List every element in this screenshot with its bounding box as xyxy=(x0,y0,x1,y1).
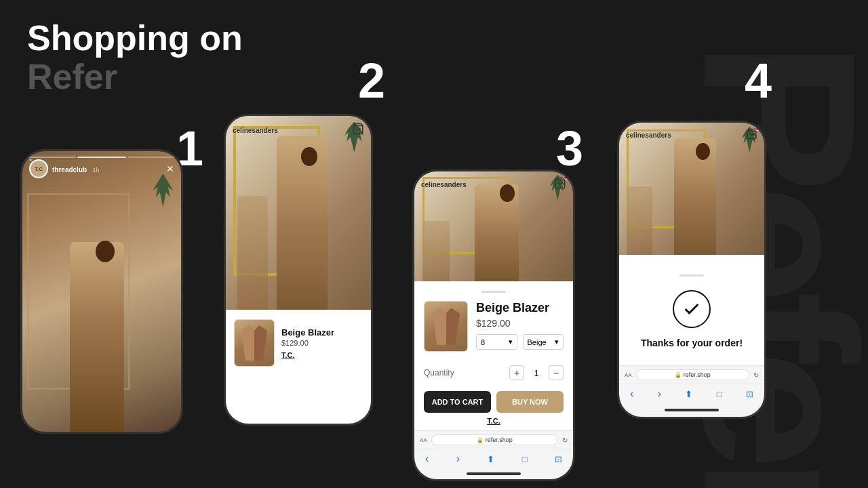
header-section: Shopping on Refer xyxy=(27,19,243,96)
cart-icon-phone2[interactable] xyxy=(352,123,364,138)
cart-icon-phone3[interactable] xyxy=(554,177,566,192)
header-brand: Refer xyxy=(27,58,243,96)
sheet-product-image xyxy=(424,301,468,352)
quantity-label: Quantity xyxy=(424,368,504,378)
tabs-btn-phone4[interactable]: ⊡ xyxy=(746,389,753,399)
sheet-product-info: Beige Blazer $129.00 8 ▾ Beige ▾ xyxy=(476,301,564,352)
phone-2-photo: celinesanders xyxy=(226,116,371,316)
step-number-3: 3 xyxy=(556,121,583,176)
phone-1-wrapper: T.C threadclub 1h ✕ 🔗 SHOP NOW! xyxy=(20,149,183,434)
bookmarks-btn-phone3[interactable]: □ xyxy=(522,454,528,464)
quantity-plus-btn[interactable]: + xyxy=(509,365,524,380)
success-circle xyxy=(673,290,711,328)
brand-logo-phone3: T.C. xyxy=(424,417,564,425)
phone-2-wrapper: celinesanders xyxy=(224,114,373,426)
add-to-cart-button[interactable]: ADD TO CART xyxy=(424,391,491,413)
phone-4-wrapper: celinesanders xyxy=(617,121,766,419)
phone-4-content: celinesanders xyxy=(619,123,764,417)
action-buttons: ADD TO CART BUY NOW xyxy=(424,391,564,413)
sheet-product-price: $129.00 xyxy=(476,318,564,329)
story-username: threadclub 1h xyxy=(52,163,100,175)
share-btn-phone3[interactable]: ⬆ xyxy=(487,454,494,464)
product-card-phone2: Beige Blazer $129.00 T.C. xyxy=(226,310,371,424)
phone-3-content: celinesanders xyxy=(414,171,573,479)
phone-2-frame: celinesanders xyxy=(224,114,373,426)
phone-3-frame: celinesanders xyxy=(412,169,575,481)
step-number-4: 4 xyxy=(745,53,772,108)
buy-now-button[interactable]: BUY NOW xyxy=(496,391,564,413)
reload-btn-phone4[interactable]: ↻ xyxy=(753,371,759,379)
home-indicator-phone3 xyxy=(414,468,573,479)
phone-3-wrapper: celinesanders xyxy=(412,169,575,481)
home-indicator-phone4 xyxy=(619,403,764,417)
product-info-phone2: Beige Blazer $129.00 T.C. xyxy=(281,327,363,359)
quantity-row: Quantity + 1 − xyxy=(424,365,564,380)
sheet-product-name: Beige Blazer xyxy=(476,301,564,315)
browser-url-phone4[interactable]: 🔒 refer.shop xyxy=(636,369,749,380)
story-avatar: T.C xyxy=(29,159,48,178)
step-number-2: 2 xyxy=(358,53,385,108)
product-sheet-phone3: Beige Blazer $129.00 8 ▾ Beige ▾ xyxy=(414,281,573,430)
success-sheet: Thanks for your order! xyxy=(619,255,764,365)
phone-2-content: celinesanders xyxy=(226,116,371,424)
sheet-handle-phone4 xyxy=(679,274,704,277)
browser-bar-phone3: AA 🔒 refer.shop ↻ xyxy=(414,430,573,449)
browser-url-phone3[interactable]: 🔒 refer.shop xyxy=(431,434,558,445)
browser-aa-phone4: AA xyxy=(625,372,632,378)
story-close-button[interactable]: ✕ xyxy=(166,163,174,174)
cart-icon-phone4[interactable] xyxy=(746,128,757,142)
phone-3-photo: celinesanders xyxy=(414,171,573,281)
phone-2-top-bar: celinesanders xyxy=(233,123,364,138)
header-title: Shopping on xyxy=(27,19,243,58)
phone-1-frame: T.C threadclub 1h ✕ 🔗 SHOP NOW! xyxy=(20,149,183,434)
size-select[interactable]: 8 ▾ xyxy=(476,334,517,350)
phone-3-top-bar: celinesanders xyxy=(421,177,566,192)
phone-4-top-bar: celinesanders xyxy=(626,128,757,142)
success-message: Thanks for your order! xyxy=(641,338,743,348)
sheet-handle xyxy=(481,291,506,293)
phone-4-photo: celinesanders xyxy=(619,123,764,255)
share-btn-phone4[interactable]: ⬆ xyxy=(685,389,692,399)
forward-btn-phone3[interactable]: › xyxy=(456,453,460,465)
quantity-value: 1 xyxy=(530,368,543,378)
sheet-product-row: Beige Blazer $129.00 8 ▾ Beige ▾ xyxy=(424,301,564,352)
bookmarks-btn-phone4[interactable]: □ xyxy=(717,389,722,399)
forward-btn-phone4[interactable]: › xyxy=(658,388,661,400)
product-image-phone2 xyxy=(234,319,275,367)
phone-4-frame: celinesanders xyxy=(617,121,766,419)
tabs-btn-phone3[interactable]: ⊡ xyxy=(555,454,562,464)
sheet-selectors: 8 ▾ Beige ▾ xyxy=(476,334,564,350)
product-name-phone2: Beige Blazer xyxy=(281,327,363,338)
back-btn-phone4[interactable]: ‹ xyxy=(630,388,633,400)
nav-bar-phone4: ‹ › ⬆ □ ⊡ xyxy=(619,384,764,403)
nav-bar-phone3: ‹ › ⬆ □ ⊡ xyxy=(414,449,573,468)
reload-btn-phone3[interactable]: ↻ xyxy=(562,436,568,444)
product-price-phone2: $129.00 xyxy=(281,339,363,347)
back-btn-phone3[interactable]: ‹ xyxy=(425,453,429,465)
color-select[interactable]: Beige ▾ xyxy=(523,334,564,350)
quantity-minus-btn[interactable]: − xyxy=(549,365,564,380)
product-brand-phone2: T.C. xyxy=(281,351,363,359)
browser-bar-phone4: AA 🔒 refer.shop ↻ xyxy=(619,365,764,384)
browser-aa-phone3: AA xyxy=(420,437,427,443)
